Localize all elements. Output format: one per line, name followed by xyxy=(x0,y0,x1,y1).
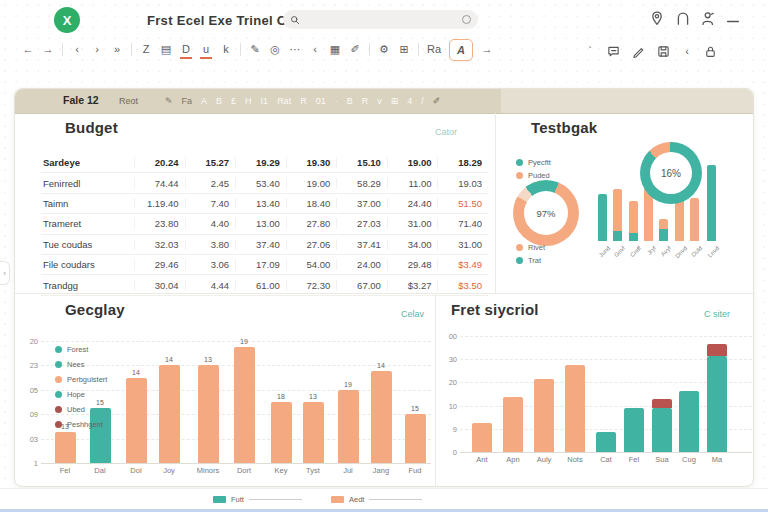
cell[interactable]: 13.00 xyxy=(235,218,286,229)
skip-forward-icon[interactable]: » xyxy=(111,39,123,59)
cell[interactable]: 2.45 xyxy=(185,178,236,189)
home-arch-icon[interactable] xyxy=(676,11,690,26)
forward-icon[interactable]: → xyxy=(42,39,54,59)
pencil-icon[interactable]: ✎ xyxy=(249,39,261,59)
gear-icon[interactable]: ⚙ xyxy=(378,39,390,59)
cell[interactable]: 18.29 xyxy=(437,157,488,168)
cell[interactable]: 24.00 xyxy=(336,259,387,270)
cell[interactable]: 7.40 xyxy=(185,198,236,209)
underline-icon[interactable]: u xyxy=(200,41,212,59)
cell[interactable]: 19.00 xyxy=(387,157,438,168)
currency-icon[interactable]: £ xyxy=(231,92,236,110)
arrow-right-icon[interactable]: → xyxy=(481,39,493,59)
cell[interactable]: 19.30 xyxy=(286,157,337,168)
back-icon[interactable]: ← xyxy=(22,39,34,59)
cell[interactable]: 15.10 xyxy=(336,157,387,168)
cell[interactable]: 30.04 xyxy=(134,280,185,291)
table-icon[interactable]: ▦ xyxy=(329,39,341,59)
pen-icon[interactable]: ✐ xyxy=(349,39,361,59)
pen-icon[interactable]: ✐ xyxy=(433,92,441,110)
chevron-left-icon[interactable]: ‹ xyxy=(309,39,321,59)
cell[interactable]: 20.24 xyxy=(134,157,185,168)
italic-icon[interactable]: I1 xyxy=(261,92,269,110)
bold-icon[interactable]: D xyxy=(180,41,192,59)
cell[interactable]: 24.40 xyxy=(387,198,438,209)
cell[interactable]: 27.03 xyxy=(336,218,387,229)
cell[interactable]: $3.27 xyxy=(387,280,438,291)
row-label-cell[interactable]: Taimn xyxy=(41,198,134,209)
cell[interactable]: 61.00 xyxy=(235,280,286,291)
cell[interactable]: 51.50 xyxy=(437,198,488,209)
minimize-icon[interactable] xyxy=(726,14,740,29)
sidebar-expand-handle[interactable]: › xyxy=(0,261,10,285)
cell[interactable]: 19.03 xyxy=(437,178,488,189)
zigzag-icon[interactable]: Z xyxy=(140,39,152,59)
save-icon[interactable] xyxy=(657,45,670,58)
search-input[interactable] xyxy=(305,13,462,26)
font-color-active-icon[interactable]: A xyxy=(449,39,473,61)
letter-r-2-icon[interactable]: R xyxy=(362,92,369,110)
row-label-cell[interactable]: Trandgg xyxy=(41,280,134,291)
cell[interactable]: 13.40 xyxy=(235,198,286,209)
cell[interactable]: 29.48 xyxy=(387,259,438,270)
font-style-icon[interactable]: Ra xyxy=(427,39,441,59)
sheet-icon[interactable]: ⊞ xyxy=(398,39,410,59)
cell[interactable]: 19.00 xyxy=(286,178,337,189)
eye-icon[interactable]: ◎ xyxy=(269,39,281,59)
cell[interactable]: 58.29 xyxy=(336,178,387,189)
app-logo[interactable]: X xyxy=(54,7,80,33)
sheet-tab[interactable]: Fale 12 xyxy=(63,94,99,106)
number-icon[interactable]: 01 xyxy=(316,92,326,110)
gecglay-link[interactable]: Celav xyxy=(401,309,424,319)
slash-icon[interactable]: / xyxy=(421,92,424,110)
row-label-cell[interactable]: Tue coudas xyxy=(41,239,134,250)
row-label-cell[interactable]: Fenirredl xyxy=(41,178,134,189)
cell[interactable]: 27.80 xyxy=(286,218,337,229)
cell[interactable]: 18.40 xyxy=(286,198,337,209)
slash-icon[interactable]: ` xyxy=(585,41,595,61)
letter-a-icon[interactable]: A xyxy=(201,92,207,110)
cell[interactable]: 15.27 xyxy=(185,157,236,168)
cell[interactable]: 54.00 xyxy=(286,259,337,270)
grid-icon[interactable]: ⊞ xyxy=(391,92,399,110)
cell[interactable]: $3.50 xyxy=(437,280,488,291)
cell[interactable]: 37.40 xyxy=(235,239,286,250)
size-icon[interactable]: 4 xyxy=(407,92,412,110)
text-icon[interactable]: Rat xyxy=(277,92,291,110)
sheet-tab-secondary[interactable]: Reot xyxy=(119,96,138,106)
lock-icon[interactable] xyxy=(704,45,717,58)
ellipsis-icon[interactable]: ⋯ xyxy=(289,39,301,59)
cell[interactable]: 74.44 xyxy=(134,178,185,189)
check-icon[interactable]: v xyxy=(377,92,382,110)
cell[interactable]: 3.80 xyxy=(185,239,236,250)
row-label-cell[interactable]: Sardeye xyxy=(41,157,134,168)
search-bar[interactable] xyxy=(283,10,478,29)
cell[interactable]: 23.80 xyxy=(134,218,185,229)
cell[interactable]: 31.00 xyxy=(387,218,438,229)
chat-icon[interactable] xyxy=(607,45,620,58)
cell[interactable]: $3.49 xyxy=(437,259,488,270)
bold-2-icon[interactable]: B xyxy=(347,92,353,110)
pen-icon[interactable] xyxy=(632,45,645,58)
cell[interactable]: 32.03 xyxy=(134,239,185,250)
row-label-cell[interactable]: File coudars xyxy=(41,259,134,270)
location-pin-icon[interactable] xyxy=(650,11,664,26)
fret-link[interactable]: C siter xyxy=(704,309,730,319)
angle-left-icon[interactable]: ‹ xyxy=(71,39,83,59)
cell[interactable]: 71.40 xyxy=(437,218,488,229)
bold-icon[interactable]: B xyxy=(216,92,222,110)
person-icon[interactable] xyxy=(701,11,715,26)
letter-r-icon[interactable]: R xyxy=(300,92,307,110)
cell[interactable]: 17.09 xyxy=(235,259,286,270)
cell[interactable]: 4.40 xyxy=(185,218,236,229)
cell[interactable]: 29.46 xyxy=(134,259,185,270)
cell[interactable]: 37.00 xyxy=(336,198,387,209)
cell[interactable]: 27.06 xyxy=(286,239,337,250)
search-secondary-icon[interactable] xyxy=(462,15,471,24)
budget-link[interactable]: Cator xyxy=(435,127,457,137)
cell[interactable]: 37.41 xyxy=(336,239,387,250)
cell[interactable]: 72.30 xyxy=(286,280,337,291)
cell[interactable]: 3.06 xyxy=(185,259,236,270)
rows-icon[interactable]: ▤ xyxy=(160,39,172,59)
cell[interactable]: 67.00 xyxy=(336,280,387,291)
